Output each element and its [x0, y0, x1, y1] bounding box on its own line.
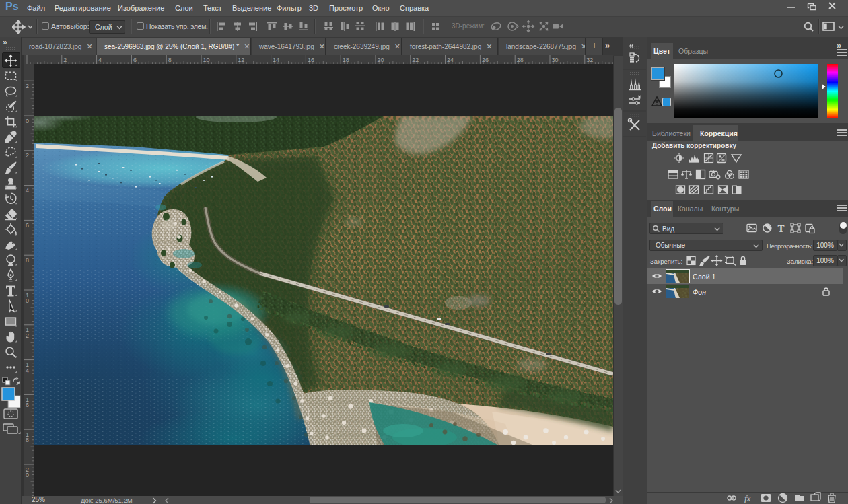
svg-text:28: 28 [517, 57, 524, 63]
svg-text:4: 4 [26, 187, 29, 194]
svg-text:10: 10 [203, 57, 210, 63]
svg-text:0: 0 [26, 297, 29, 304]
svg-text:22: 22 [412, 57, 419, 63]
svg-text:24: 24 [447, 57, 454, 63]
svg-text:4: 4 [26, 367, 29, 374]
svg-text:0: 0 [26, 118, 29, 124]
svg-text:8: 8 [26, 437, 29, 443]
svg-text:30: 30 [552, 57, 559, 63]
svg-text:32: 32 [586, 57, 593, 63]
svg-text:8: 8 [26, 257, 29, 264]
svg-text:T: T [778, 223, 785, 234]
svg-text:26: 26 [482, 57, 489, 63]
svg-text:20: 20 [378, 57, 384, 63]
svg-text:16: 16 [308, 57, 314, 63]
svg-text:2: 2 [26, 152, 29, 159]
svg-text:2: 2 [26, 332, 29, 339]
svg-text:14: 14 [273, 57, 279, 63]
svg-text:0: 0 [26, 472, 29, 478]
svg-text:2: 2 [26, 83, 29, 89]
svg-text:6: 6 [26, 222, 29, 229]
svg-text:12: 12 [238, 57, 244, 63]
svg-text:18: 18 [343, 57, 349, 63]
svg-text:fx: fx [744, 493, 751, 503]
svg-text:6: 6 [26, 402, 29, 408]
